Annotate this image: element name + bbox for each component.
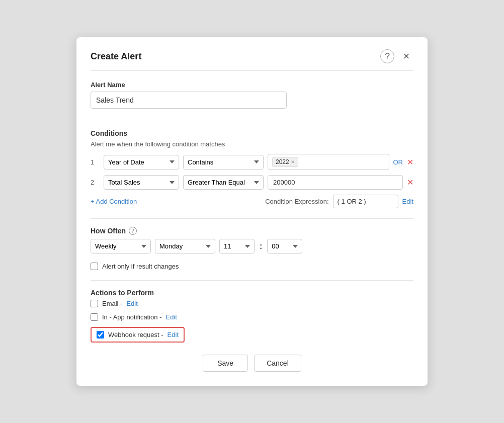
delete-condition-1[interactable]: ✕ xyxy=(407,157,413,167)
cancel-button[interactable]: Cancel xyxy=(254,355,301,372)
actions-section: Actions to Perform Email - Edit In - App… xyxy=(91,289,413,343)
condition-value-tags-1[interactable]: 2022 × xyxy=(268,154,389,170)
condition-number-2: 2 xyxy=(91,179,100,186)
conditions-section: Conditions Alert me when the following c… xyxy=(91,129,413,208)
action-item-inapp: In - App notification - Edit xyxy=(91,313,413,321)
or-label-1: OR xyxy=(393,158,403,166)
action-item-webhook: Webhook request - Edit xyxy=(91,327,413,343)
actions-title: Actions to Perform xyxy=(91,289,413,297)
condition-value-input-2[interactable] xyxy=(268,175,403,190)
tag-value-2022: 2022 xyxy=(276,158,289,165)
close-button[interactable]: × xyxy=(399,49,413,63)
email-label: Email - xyxy=(102,300,122,307)
email-edit-link[interactable]: Edit xyxy=(126,300,137,307)
webhook-highlighted-box: Webhook request - Edit xyxy=(91,327,185,343)
frequency-select[interactable]: Daily Weekly Monthly xyxy=(91,239,151,253)
webhook-label: Webhook request - xyxy=(108,331,163,339)
condition-operator-select-1[interactable]: Contains Equals Greater Than Equal xyxy=(183,155,264,170)
how-often-label: How Often xyxy=(91,227,126,235)
tag-2022: 2022 × xyxy=(272,157,298,167)
how-often-help-icon[interactable]: ? xyxy=(129,227,137,235)
tag-remove-2022[interactable]: × xyxy=(291,158,295,165)
action-item-email: Email - Edit xyxy=(91,300,413,307)
condition-expression-edit[interactable]: Edit xyxy=(402,198,413,205)
webhook-checkbox[interactable] xyxy=(97,331,104,339)
condition-field-select-1[interactable]: Year of Date Total Sales Date xyxy=(104,155,179,170)
condition-row-2: 2 Year of Date Total Sales Date Contains… xyxy=(91,175,413,190)
add-condition-button[interactable]: + Add Condition xyxy=(91,198,137,205)
email-checkbox[interactable] xyxy=(91,300,98,307)
footer-buttons: Save Cancel xyxy=(91,355,413,372)
condition-row-1: 1 Year of Date Total Sales Date Contains… xyxy=(91,154,413,170)
header-icons: ? × xyxy=(380,49,413,63)
how-often-header: How Often ? xyxy=(91,227,413,235)
condition-expression-input[interactable] xyxy=(333,195,398,208)
condition-expression-label: Condition Expression: xyxy=(265,198,328,205)
condition-number-1: 1 xyxy=(91,158,100,166)
save-button[interactable]: Save xyxy=(203,355,248,372)
inapp-edit-link[interactable]: Edit xyxy=(166,313,177,321)
condition-field-select-2[interactable]: Year of Date Total Sales Date xyxy=(104,175,179,190)
inapp-label: In - App notification - xyxy=(102,313,162,321)
minute-select[interactable]: 00 15 30 45 xyxy=(267,239,302,253)
alert-only-label: Alert only if result changes xyxy=(102,263,179,270)
help-button[interactable]: ? xyxy=(380,49,394,63)
dialog-title: Create Alert xyxy=(91,51,141,62)
create-alert-dialog: Create Alert ? × Alert Name Conditions A… xyxy=(76,37,428,386)
alert-only-row: Alert only if result changes xyxy=(91,263,413,270)
webhook-edit-link[interactable]: Edit xyxy=(167,331,179,339)
conditions-bottom: + Add Condition Condition Expression: Ed… xyxy=(91,195,413,208)
condition-operator-select-2[interactable]: Contains Equals Greater Than Equal xyxy=(183,175,264,190)
inapp-checkbox[interactable] xyxy=(91,313,98,321)
alert-name-label: Alert Name xyxy=(91,81,413,89)
conditions-title: Conditions xyxy=(91,129,413,137)
hour-select[interactable]: 01020304 05060708 09101112 xyxy=(219,239,255,253)
delete-condition-2[interactable]: ✕ xyxy=(407,178,413,187)
time-colon: : xyxy=(260,242,262,251)
alert-name-input[interactable] xyxy=(91,92,287,109)
alert-only-checkbox[interactable] xyxy=(91,263,98,270)
conditions-desc: Alert me when the following condition ma… xyxy=(91,140,413,148)
condition-expression-row: Condition Expression: Edit xyxy=(265,195,413,208)
dialog-header: Create Alert ? × xyxy=(91,49,413,71)
condition-value-wrap-2 xyxy=(268,175,403,190)
schedule-row: Daily Weekly Monthly Sunday Monday Tuesd… xyxy=(91,239,413,253)
day-select[interactable]: Sunday Monday Tuesday Wednesday Thursday… xyxy=(155,239,215,253)
how-often-section: How Often ? Daily Weekly Monthly Sunday … xyxy=(91,227,413,253)
alert-name-section: Alert Name xyxy=(91,81,413,109)
